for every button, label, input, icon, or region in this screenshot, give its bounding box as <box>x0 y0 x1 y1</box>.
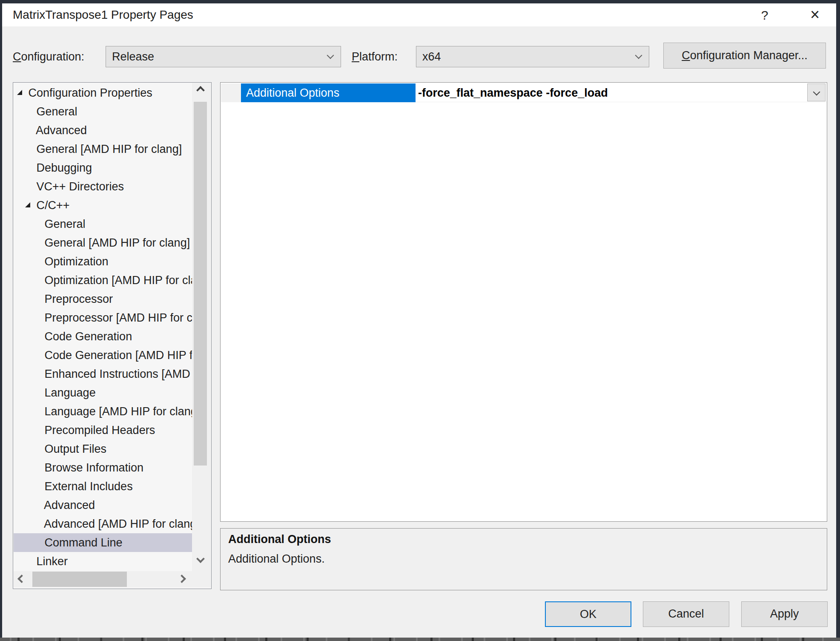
chevron-down-icon <box>813 89 820 96</box>
property-value-cell[interactable]: -force_flat_namespace -force_load <box>418 83 608 102</box>
tree-item[interactable]: Advanced [AMD HIP for clang] <box>14 515 192 533</box>
tree-item[interactable]: Preprocessor [AMD HIP for clang] <box>14 308 192 327</box>
window-border-top <box>0 0 840 3</box>
tree-item-label: Language <box>45 386 96 399</box>
scroll-down-icon[interactable] <box>196 555 205 563</box>
property-row-gutter <box>221 83 241 102</box>
tree-arrow[interactable] <box>25 196 33 215</box>
configuration-label: Configuration: <box>13 49 84 64</box>
tree-item-label: Command Line <box>45 536 123 549</box>
description-panel: Additional Options Additional Options. <box>220 528 827 590</box>
apply-button[interactable]: Apply <box>741 601 828 627</box>
tree-item-label: Language [AMD HIP for clang] <box>45 405 192 418</box>
tree-item-label: Advanced [AMD HIP for clang] <box>44 517 192 530</box>
platform-label: Platform: <box>352 49 398 64</box>
tree-item-label: Advanced <box>44 499 95 512</box>
tree-item[interactable]: Linker <box>14 552 192 571</box>
expanded-icon[interactable] <box>25 202 30 207</box>
tree-item[interactable]: Browse Information <box>14 458 192 477</box>
tree-item-label: Configuration Properties <box>29 86 152 99</box>
tree-item-label: Preprocessor [AMD HIP for clang] <box>45 311 192 324</box>
chevron-down-icon <box>635 52 642 59</box>
tree-item[interactable]: Configuration Properties <box>14 83 192 102</box>
platform-select[interactable]: x64 <box>416 46 649 67</box>
tree-item-label: Debugging <box>37 161 92 174</box>
description-title: Additional Options <box>228 533 331 546</box>
expanded-icon[interactable] <box>17 90 22 95</box>
property-row[interactable]: Additional Options -force_flat_namespace… <box>221 83 826 102</box>
window-title: MatrixTranspose1 Property Pages <box>13 3 193 26</box>
configuration-value: Release <box>112 46 154 67</box>
tree-item-label: Output Files <box>45 443 107 455</box>
configuration-manager-button[interactable]: Configuration Manager... <box>663 43 826 69</box>
tree-item[interactable]: Enhanced Instructions [AMD HIP for clang… <box>14 365 192 383</box>
tree-item[interactable]: Preprocessor <box>14 290 192 308</box>
tree-item-label: C/C++ <box>37 199 70 212</box>
tree-item-label: Advanced <box>36 124 87 137</box>
property-pages-dialog: MatrixTranspose1 Property Pages ? × Conf… <box>0 0 840 641</box>
background-window-sliver <box>0 638 840 641</box>
tree-item-label: Preprocessor <box>45 293 113 305</box>
tree-item[interactable]: External Includes <box>14 477 192 496</box>
property-name-cell[interactable]: Additional Options <box>241 83 416 102</box>
property-grid: Additional Options -force_flat_namespace… <box>220 82 827 522</box>
tree-item[interactable]: Code Generation [AMD HIP for clang] <box>14 346 192 365</box>
close-button[interactable]: × <box>805 6 825 25</box>
tree-item[interactable]: Precompiled Headers <box>14 421 192 440</box>
tree-item-label: General [AMD HIP for clang] <box>45 236 190 249</box>
configuration-tree-panel: Configuration Properties General Advance… <box>13 82 212 589</box>
tree-item-label: Code Generation [AMD HIP for clang] <box>45 349 192 362</box>
tree-item[interactable]: General [AMD HIP for clang] <box>14 140 192 158</box>
help-button[interactable]: ? <box>755 6 774 25</box>
tree-item-label: Optimization [AMD HIP for clang] <box>45 274 192 287</box>
ok-button[interactable]: OK <box>545 601 631 627</box>
tree-item-label: External Includes <box>45 480 133 493</box>
tree-item-label: General [AMD HIP for clang] <box>37 143 182 155</box>
scroll-left-icon[interactable] <box>17 575 26 583</box>
scroll-right-icon[interactable] <box>178 575 186 583</box>
window-border-left <box>0 0 2 638</box>
tree-item[interactable]: Optimization [AMD HIP for clang] <box>14 271 192 290</box>
tree-item-label: Optimization <box>45 255 109 268</box>
configuration-select[interactable]: Release <box>106 46 341 67</box>
title-bar: MatrixTranspose1 Property Pages ? × <box>2 3 836 26</box>
tree-item[interactable]: Command Line <box>14 533 192 552</box>
tree-item[interactable]: Code Generation <box>14 327 192 346</box>
tree-item-label: Linker <box>37 555 68 568</box>
cancel-button[interactable]: Cancel <box>643 601 729 627</box>
tree-arrow[interactable] <box>17 83 25 102</box>
chevron-down-icon <box>327 52 334 59</box>
tree-item-label: General <box>45 218 86 230</box>
tree-item-label: Precompiled Headers <box>45 424 155 437</box>
tree-item[interactable]: Advanced <box>14 121 192 140</box>
tree-item[interactable]: Language [AMD HIP for clang] <box>14 402 192 421</box>
tree-item-label: Code Generation <box>45 330 132 343</box>
window-border-right <box>836 0 840 638</box>
config-tree: Configuration Properties General Advance… <box>14 83 192 571</box>
vertical-scrollbar-thumb[interactable] <box>194 102 207 466</box>
tree-item-label: Enhanced Instructions [AMD HIP for clang… <box>45 368 192 380</box>
tree-item[interactable]: General [AMD HIP for clang] <box>14 233 192 252</box>
horizontal-scrollbar-thumb[interactable] <box>32 572 127 587</box>
tree-item[interactable]: Language <box>14 383 192 402</box>
horizontal-scrollbar[interactable] <box>14 571 192 587</box>
property-dropdown-button[interactable] <box>807 83 826 101</box>
tree-item-label: VC++ Directories <box>37 180 124 193</box>
tree-item[interactable]: C/C++ <box>14 196 192 215</box>
tree-item-label: General <box>37 105 77 118</box>
tree-item[interactable]: General <box>14 102 192 121</box>
scroll-up-icon[interactable] <box>196 86 205 95</box>
platform-value: x64 <box>422 46 441 67</box>
tree-item[interactable]: VC++ Directories <box>14 177 192 196</box>
tree-item[interactable]: General <box>14 215 192 233</box>
tree-item[interactable]: Debugging <box>14 158 192 177</box>
description-text: Additional Options. <box>228 552 325 566</box>
scrollbar-corner <box>192 571 211 587</box>
tree-item[interactable]: Output Files <box>14 440 192 458</box>
tree-item[interactable]: Advanced <box>14 496 192 515</box>
tree-item[interactable]: Optimization <box>14 252 192 271</box>
tree-item-label: Browse Information <box>45 461 144 474</box>
vertical-scrollbar[interactable] <box>192 83 211 571</box>
